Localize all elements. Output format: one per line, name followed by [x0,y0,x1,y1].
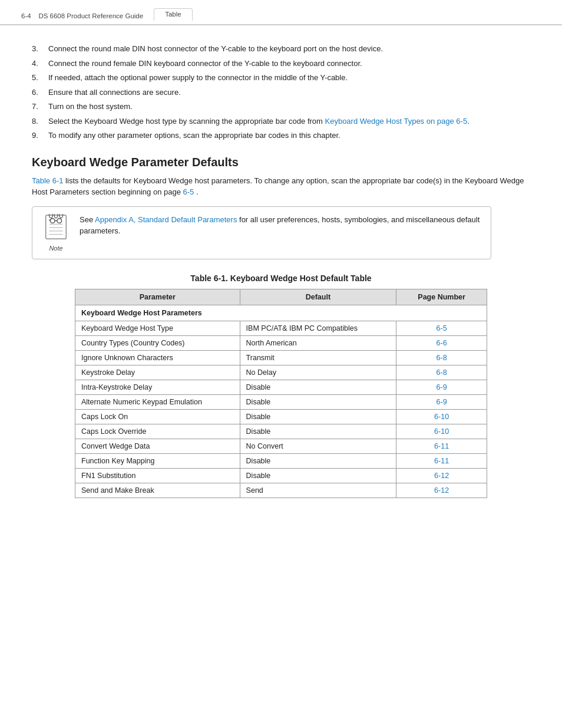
list-item: 4. Connect the round female DIN keyboard… [32,58,530,70]
col-header-parameter: Parameter [75,289,240,305]
page-link[interactable]: 6-9 [437,383,447,391]
note-box: Note See Appendix A, Standard Default Pa… [32,206,491,259]
list-text: To modify any other parameter options, s… [48,130,530,141]
section-heading: Keyboard Wedge Parameter Defaults [32,156,530,169]
page-link[interactable]: 6-8 [437,354,447,362]
table-row: Send and Make BreakSend6-12 [75,483,487,498]
page-link[interactable]: 6-11 [434,442,449,450]
cell-parameter: Keystroke Delay [75,365,240,380]
cell-parameter: Convert Wedge Data [75,439,240,453]
cell-default: No Delay [240,365,396,380]
cell-page: 6-9 [396,394,487,409]
page-6-5-link[interactable]: 6-5 [183,187,194,196]
main-content: 3. Connect the round male DIN host conne… [0,25,562,522]
table-row: Caps Lock OnDisable6-10 [75,409,487,424]
list-item: 7. Turn on the host system. [32,101,530,113]
svg-rect-0 [46,215,67,238]
cell-page: 6-5 [396,321,487,335]
note-icon [43,214,69,243]
page-link[interactable]: 6-12 [434,486,449,495]
cell-page: 6-8 [396,350,487,365]
page-number: 6-4 [21,12,31,19]
section-para-end: . [196,187,199,196]
section-para-text: lists the defaults for Keyboard Wedge ho… [32,176,524,197]
cell-default: Disable [240,468,396,483]
list-item: 6. Ensure that all connections are secur… [32,87,530,98]
page-link[interactable]: 6-8 [437,368,447,377]
list-num: 4. [32,58,48,70]
list-text: Ensure that all connections are secure. [48,87,530,98]
list-item: 3. Connect the round male DIN host conne… [32,43,530,55]
cell-parameter: Alternate Numeric Keypad Emulation [75,394,240,409]
cell-default: Disable [240,453,396,468]
list-text: Connect the round male DIN host connecto… [48,43,530,55]
list-num: 6. [32,87,48,98]
table-ref-link[interactable]: Table 6-1 [32,176,63,185]
table-row: Ignore Unknown CharactersTransmit6-8 [75,350,487,365]
table-header-row: Parameter Default Page Number [75,289,487,305]
section-paragraph: Table 6-1 lists the defaults for Keyboar… [32,175,530,198]
list-text: Turn on the host system. [48,101,530,113]
table-row: FN1 SubstitutionDisable6-12 [75,468,487,483]
cell-default: Disable [240,409,396,424]
list-num: 5. [32,72,48,84]
cell-page: 6-8 [396,365,487,380]
table-row: Country Types (Country Codes)North Ameri… [75,335,487,350]
table-row: Caps Lock OverrideDisable6-10 [75,424,487,439]
cell-parameter: Function Key Mapping [75,453,240,468]
cell-parameter: FN1 Substitution [75,468,240,483]
page-link[interactable]: 6-10 [434,413,449,421]
cell-parameter: Keyboard Wedge Host Type [75,321,240,335]
list-num: 9. [32,130,48,141]
page-link[interactable]: 6-12 [434,472,449,480]
list-item: 5. If needed, attach the optional power … [32,72,530,84]
col-header-default: Default [240,289,396,305]
col-header-page: Page Number [396,289,487,305]
table-row: Convert Wedge DataNo Convert6-11 [75,439,487,453]
note-text-plain: See [80,215,95,224]
default-table: Parameter Default Page Number Keyboard W… [75,289,487,498]
cell-default: Transmit [240,350,396,365]
table-section-row: Keyboard Wedge Host Parameters [75,305,487,321]
list-num: 3. [32,43,48,55]
instruction-list: 3. Connect the round male DIN host conne… [32,43,530,141]
cell-parameter: Caps Lock On [75,409,240,424]
cell-page: 6-12 [396,468,487,483]
table-tab: Table [154,8,193,21]
page-link[interactable]: 6-11 [434,457,449,465]
table-row: Alternate Numeric Keypad EmulationDisabl… [75,394,487,409]
cell-default: Disable [240,424,396,439]
page-link[interactable]: 6-5 [437,324,447,332]
cell-page: 6-9 [396,380,487,394]
list-item: 8. Select the Keyboard Wedge host type b… [32,116,530,127]
cell-page: 6-10 [396,424,487,439]
cell-default: Disable [240,380,396,394]
cell-parameter: Country Types (Country Codes) [75,335,240,350]
page-link[interactable]: 6-10 [434,427,449,436]
page-header: 6-4 DS 6608 Product Reference Guide Tabl… [0,0,562,25]
list-text-8: Select the Keyboard Wedge host type by s… [48,116,530,127]
cell-page: 6-11 [396,439,487,453]
appendix-a-link[interactable]: Appendix A, Standard Default Parameters [95,215,237,224]
page-link[interactable]: 6-6 [437,339,447,347]
kw-host-types-link[interactable]: Keyboard Wedge Host Types on page 6-5 [325,117,468,126]
cell-default: No Convert [240,439,396,453]
note-icon-container: Note [41,214,71,252]
cell-page: 6-11 [396,453,487,468]
table-title: Table 6-1. Keyboard Wedge Host Default T… [32,274,530,283]
table-row: Keyboard Wedge Host TypeIBM PC/AT& IBM P… [75,321,487,335]
note-label: Note [49,245,62,252]
cell-parameter: Intra-Keystroke Delay [75,380,240,394]
cell-default: IBM PC/AT& IBM PC Compatibles [240,321,396,335]
cell-page: 6-10 [396,409,487,424]
cell-default: North American [240,335,396,350]
cell-page: 6-12 [396,483,487,498]
cell-page: 6-6 [396,335,487,350]
table-row: Function Key MappingDisable6-11 [75,453,487,468]
cell-parameter: Caps Lock Override [75,424,240,439]
list-num: 7. [32,101,48,113]
cell-default: Send [240,483,396,498]
page-link[interactable]: 6-9 [437,398,447,406]
table-row: Keystroke DelayNo Delay6-8 [75,365,487,380]
page-ref: 6-4 DS 6608 Product Reference Guide [21,12,143,19]
